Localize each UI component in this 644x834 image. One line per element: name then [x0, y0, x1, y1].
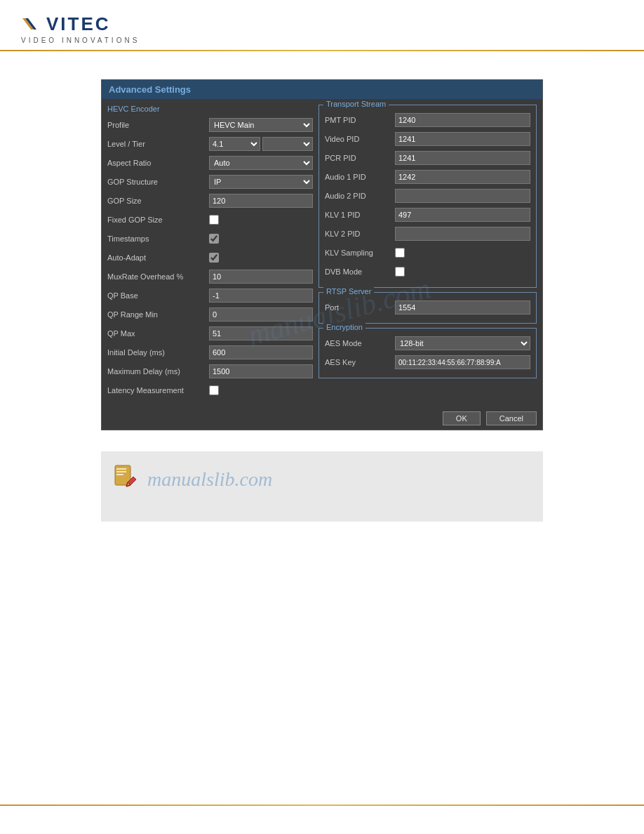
qp-max-row: QP Max 51: [107, 326, 313, 341]
footer-divider: [0, 805, 644, 806]
qp-base-row: QP Base -1: [107, 288, 313, 303]
max-delay-row: Maximum Delay (ms) 1500: [107, 364, 313, 379]
audio2-pid-label: Audio 2 PID: [325, 192, 395, 200]
dialog-title: Advanced Settings: [102, 80, 542, 99]
max-delay-input[interactable]: 1500: [209, 364, 313, 378]
aes-mode-row: AES Mode 128-bit: [325, 336, 530, 351]
gop-size-input[interactable]: 120: [209, 194, 313, 208]
header: VITEC VIDEO INNOVATIONS: [0, 0, 644, 44]
right-panel: Transport Stream PMT PID 1240 Video PID …: [318, 105, 537, 402]
aspect-ratio-select[interactable]: Auto: [209, 156, 313, 170]
video-pid-label: Video PID: [325, 135, 395, 143]
gop-structure-select[interactable]: IP: [209, 175, 313, 189]
rtsp-port-input[interactable]: 1554: [395, 300, 530, 315]
max-delay-label: Maximum Delay (ms): [107, 367, 209, 376]
latency-label: Latency Measurement: [107, 386, 209, 395]
level-select[interactable]: 4.1: [209, 137, 260, 151]
video-pid-input[interactable]: 1241: [395, 132, 530, 146]
encryption-content: AES Mode 128-bit AES Key 00:11:22:33:44:…: [325, 336, 530, 370]
audio1-pid-input[interactable]: 1242: [395, 170, 530, 184]
rtsp-port-row: Port 1554: [325, 300, 530, 315]
muxrate-input[interactable]: 10: [209, 270, 313, 284]
transport-stream-section: Transport Stream PMT PID 1240 Video PID …: [318, 105, 537, 288]
hevc-section-header: HEVC Encoder: [107, 105, 313, 113]
vitec-logo-icon: [21, 13, 43, 35]
timestamps-label: Timestamps: [107, 234, 209, 243]
klv2-pid-input[interactable]: [395, 227, 530, 241]
aspect-ratio-label: Aspect Ratio: [107, 159, 209, 167]
level-tier-group: 4.1: [209, 137, 313, 151]
rtsp-section-title: RTSP Server: [323, 287, 374, 296]
ok-button[interactable]: OK: [443, 411, 481, 425]
logo-top: VITEC: [21, 13, 111, 35]
profile-label: Profile: [107, 121, 209, 129]
pmt-pid-row: PMT PID 1240: [325, 112, 530, 128]
qp-range-min-input[interactable]: 0: [209, 307, 313, 322]
rtsp-content: Port 1554: [325, 300, 530, 315]
encryption-section-title: Encryption: [323, 323, 365, 331]
encryption-section: Encryption AES Mode 128-bit AES Key: [318, 328, 537, 378]
aes-key-row: AES Key 00:11:22:33:44:55:66:77:88:99:A: [325, 355, 530, 370]
gop-structure-label: GOP Structure: [107, 178, 209, 186]
aes-mode-label: AES Mode: [325, 339, 395, 348]
klv1-pid-label: KLV 1 PID: [325, 211, 395, 219]
fixed-gop-row: Fixed GOP Size: [107, 212, 313, 227]
klv1-pid-input[interactable]: 497: [395, 208, 530, 222]
pmt-pid-input[interactable]: 1240: [395, 113, 530, 127]
audio2-pid-row: Audio 2 PID: [325, 188, 530, 204]
latency-checkbox[interactable]: [209, 385, 219, 395]
profile-row: Profile HEVC Main: [107, 117, 313, 133]
initial-delay-input[interactable]: 600: [209, 345, 313, 359]
left-panel: HEVC Encoder Profile HEVC Main Level / T…: [107, 105, 313, 402]
auto-adapt-row: Auto-Adapt: [107, 250, 313, 265]
video-pid-row: Video PID 1241: [325, 131, 530, 147]
main-content: Advanced Settings HEVC Encoder Profile H…: [0, 51, 644, 557]
dvb-mode-row: DVB Mode: [325, 264, 530, 279]
timestamps-row: Timestamps: [107, 231, 313, 246]
muxrate-label: MuxRate Overhead %: [107, 272, 209, 281]
qp-max-label: QP Max: [107, 329, 209, 338]
dialog-body: HEVC Encoder Profile HEVC Main Level / T…: [102, 99, 542, 407]
aes-key-input[interactable]: 00:11:22:33:44:55:66:77:88:99:A: [395, 355, 530, 369]
logo-vitec-text: VITEC: [46, 13, 111, 35]
gop-size-label: GOP Size: [107, 197, 209, 205]
qp-max-input[interactable]: 51: [209, 326, 313, 340]
aes-key-label: AES Key: [325, 358, 395, 366]
logo-sub-text: VIDEO INNOVATIONS: [21, 37, 140, 44]
tier-select[interactable]: [262, 137, 314, 151]
klv-sampling-row: KLV Sampling: [325, 245, 530, 260]
auto-adapt-checkbox[interactable]: [209, 253, 219, 263]
note-watermark-text: manualslib.com: [147, 463, 272, 491]
latency-row: Latency Measurement: [107, 383, 313, 398]
audio2-pid-input[interactable]: [395, 189, 530, 203]
klv2-pid-row: KLV 2 PID: [325, 226, 530, 241]
profile-select[interactable]: HEVC Main: [209, 118, 313, 132]
transport-section-title: Transport Stream: [323, 100, 389, 108]
pmt-pid-label: PMT PID: [325, 116, 395, 124]
dvb-mode-checkbox[interactable]: [395, 267, 405, 277]
pcr-pid-label: PCR PID: [325, 154, 395, 162]
qp-range-min-label: QP Range Min: [107, 310, 209, 319]
level-tier-row: Level / Tier 4.1: [107, 136, 313, 152]
initial-delay-label: Initial Delay (ms): [107, 348, 209, 357]
qp-base-input[interactable]: -1: [209, 289, 313, 303]
auto-adapt-label: Auto-Adapt: [107, 253, 209, 262]
svg-rect-3: [116, 468, 126, 470]
pcr-pid-input[interactable]: 1241: [395, 151, 530, 165]
timestamps-checkbox[interactable]: [209, 234, 219, 244]
svg-rect-4: [116, 471, 126, 472]
klv-sampling-label: KLV Sampling: [325, 249, 395, 257]
dvb-mode-label: DVB Mode: [325, 267, 395, 276]
aes-mode-select[interactable]: 128-bit: [395, 336, 530, 350]
transport-content: PMT PID 1240 Video PID 1241 PCR PID 1241: [325, 112, 530, 279]
klv-sampling-checkbox[interactable]: [395, 248, 405, 258]
gop-structure-row: GOP Structure IP: [107, 174, 313, 190]
rtsp-port-label: Port: [325, 303, 395, 312]
aspect-ratio-row: Aspect Ratio Auto: [107, 155, 313, 171]
fixed-gop-checkbox[interactable]: [209, 215, 219, 225]
cancel-button[interactable]: Cancel: [486, 411, 537, 425]
initial-delay-row: Initial Delay (ms) 600: [107, 345, 313, 360]
level-tier-label: Level / Tier: [107, 140, 209, 148]
dialog-footer: OK Cancel: [102, 407, 542, 430]
fixed-gop-label: Fixed GOP Size: [107, 216, 209, 224]
